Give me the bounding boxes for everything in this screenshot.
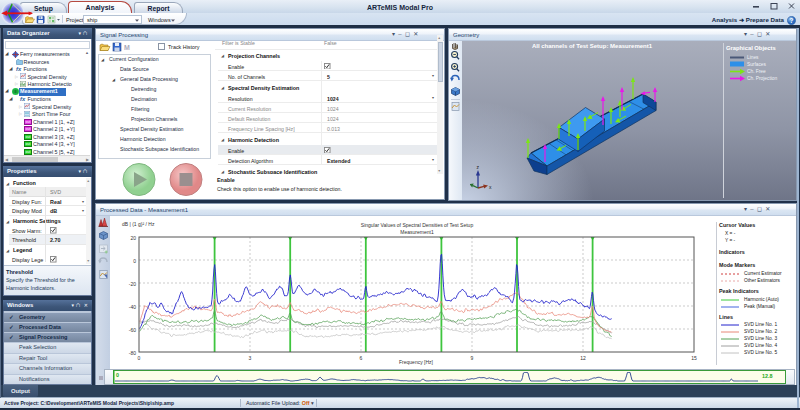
svg-text:Frequency [Hz]: Frequency [Hz] bbox=[399, 359, 434, 365]
svg-text:-60: -60 bbox=[129, 327, 136, 333]
svg-text:Singular Values of Spectral De: Singular Values of Spectral Densities of… bbox=[361, 222, 474, 228]
svg-text:x: x bbox=[489, 184, 492, 190]
svg-text:6: 6 bbox=[360, 355, 363, 361]
svg-text:Measurement1: Measurement1 bbox=[400, 229, 434, 235]
svg-text:-80: -80 bbox=[129, 350, 136, 356]
svg-text:15: 15 bbox=[691, 355, 697, 361]
svg-text:20: 20 bbox=[130, 235, 136, 241]
svg-text:9: 9 bbox=[471, 355, 474, 361]
svg-text:M: M bbox=[124, 44, 130, 51]
svg-text:-40: -40 bbox=[129, 304, 136, 310]
svg-text:-20: -20 bbox=[129, 281, 136, 287]
svg-text:?: ? bbox=[790, 16, 794, 23]
svg-text:0: 0 bbox=[138, 355, 141, 361]
svg-text:z: z bbox=[477, 164, 480, 170]
svg-text:dB | (1 g)² / Hz: dB | (1 g)² / Hz bbox=[122, 221, 155, 227]
svg-text:12: 12 bbox=[580, 355, 586, 361]
svg-text:0: 0 bbox=[133, 258, 136, 264]
svg-text:3: 3 bbox=[249, 355, 252, 361]
